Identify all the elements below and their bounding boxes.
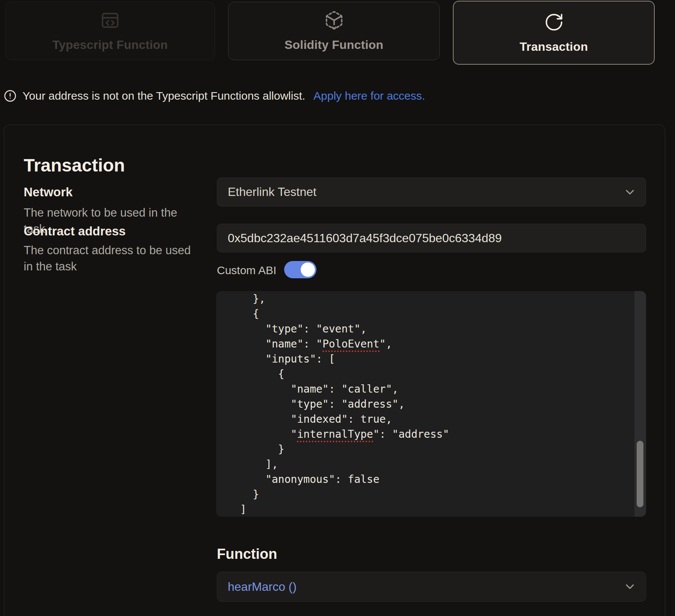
rotate-cw-icon [544, 12, 564, 32]
code-line: { [227, 367, 631, 382]
function-value: hearMarco () [228, 580, 297, 594]
function-select[interactable]: hearMarco () [217, 572, 646, 602]
app-window-code-icon [100, 10, 120, 30]
contract-address-label: Contract address [24, 224, 126, 238]
editor-scrollbar [634, 291, 646, 517]
abi-code-editor[interactable]: }, { "type": "event", "name": "PoloEvent… [216, 291, 646, 517]
code-line: "indexed": true, [227, 412, 631, 427]
code-line: "internalType": "address" [227, 427, 631, 442]
tab-label: Transaction [520, 40, 588, 54]
code-line: "inputs": [ [227, 352, 631, 367]
code-line: "name": "PoloEvent", [227, 337, 631, 352]
editor-scrollbar-thumb[interactable] [637, 441, 643, 507]
chevron-down-icon [623, 580, 637, 593]
apply-access-link[interactable]: Apply here for access. [313, 90, 425, 102]
tab-transaction[interactable]: Transaction [453, 1, 655, 65]
misspelled-word: internalType [297, 428, 373, 442]
code-line: } [227, 487, 631, 502]
network-select[interactable]: Etherlink Testnet [217, 178, 646, 206]
code-line: ] [227, 502, 631, 517]
tab-solidity-function[interactable]: Solidity Function [228, 2, 440, 60]
function-label: Function [217, 546, 277, 562]
allowlist-warning: Your address is not on the Typescript Fu… [4, 90, 425, 102]
warning-text: Your address is not on the Typescript Fu… [23, 90, 305, 102]
tab-typescript-function[interactable]: Typescript Function [5, 2, 215, 60]
misspelled-word: PoloEvent [322, 338, 380, 352]
chevron-down-icon [623, 185, 637, 199]
code-line: "type": "address", [227, 397, 631, 412]
toggle-knob [301, 262, 315, 277]
tab-label: Typescript Function [52, 38, 168, 52]
contract-address-description: The contract address to be used in the t… [24, 242, 200, 275]
network-label: Network [24, 185, 73, 199]
network-value: Etherlink Testnet [228, 185, 316, 199]
code-line: ], [227, 457, 631, 472]
code-line: "anonymous": false [227, 472, 631, 487]
transaction-panel: Transaction Network The network to be us… [4, 124, 665, 616]
code-line: { [227, 306, 631, 322]
alert-circle-icon [4, 90, 17, 102]
code-line: "type": "event", [227, 322, 631, 337]
abi-code-content: }, { "type": "event", "name": "PoloEvent… [216, 291, 646, 517]
tab-label: Solidity Function [285, 38, 383, 52]
code-line: "name": "caller", [227, 382, 631, 397]
code-line: } [227, 442, 631, 457]
code-line: }, [227, 291, 631, 306]
custom-abi-toggle[interactable] [284, 261, 316, 278]
page: Typescript Function Solidity Function Tr… [0, 0, 675, 616]
cube-dashed-icon [324, 10, 344, 30]
contract-address-input[interactable]: 0x5dbc232ae4511603d7a45f3dce075be0c6334d… [217, 224, 646, 252]
contract-address-value: 0x5dbc232ae4511603d7a45f3dce075be0c6334d… [228, 231, 502, 245]
custom-abi-label: Custom ABI [217, 264, 276, 277]
panel-title: Transaction [24, 155, 125, 176]
